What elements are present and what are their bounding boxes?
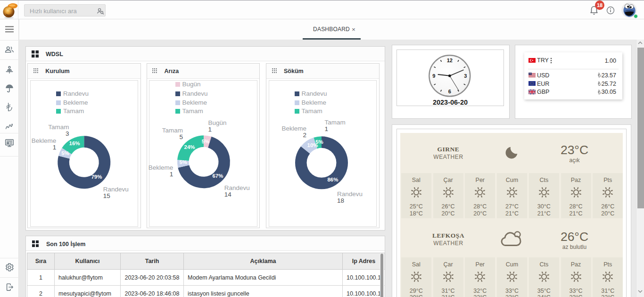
svg-text:9: 9 [432,73,435,79]
svg-text:6: 6 [448,89,451,94]
svg-text:3: 3 [464,73,467,79]
svg-text:12: 12 [447,58,453,63]
